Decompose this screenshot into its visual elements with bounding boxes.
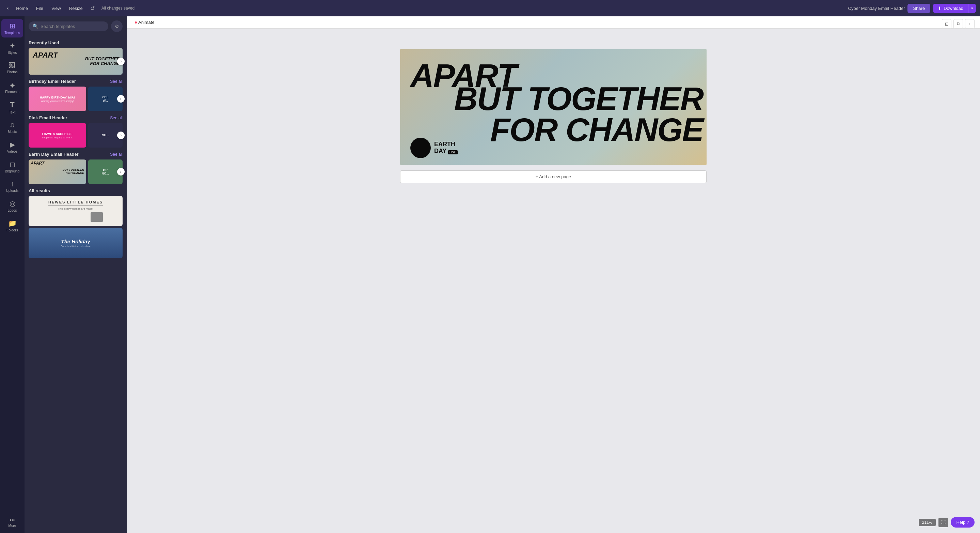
earth-live-badge: LIVE (448, 150, 458, 154)
sidebar-item-templates[interactable]: ⊞ Templates (2, 19, 23, 37)
templates-icon: ⊞ (10, 22, 15, 30)
bottom-bar: 211% ⛶ Help ? (919, 517, 975, 528)
pink-template-1[interactable]: I HAVE A SURPRISE! I hope you're going t… (29, 123, 86, 148)
recently-used-template[interactable]: APART BUT TOGETHERFOR CHANGE (29, 48, 123, 75)
resize-nav-button[interactable]: Resize (66, 5, 86, 12)
download-label: Download (943, 6, 963, 11)
canvas-toolbar: Animate (127, 16, 980, 29)
birthday-chevron[interactable]: › (117, 95, 125, 102)
filter-button[interactable]: ⚙ (111, 21, 123, 32)
birthday-title: Birthday Email Header (29, 79, 76, 84)
logos-label: Logos (8, 209, 17, 212)
sidebar-item-photos[interactable]: 🖼 Photos (2, 59, 23, 77)
earth-day-see-all[interactable]: See all (110, 152, 123, 157)
top-nav: ‹ Home File View Resize ↺ All changes sa… (0, 0, 980, 16)
sidebar-item-more[interactable]: ••• More (2, 515, 23, 530)
elements-icon: ◈ (10, 81, 15, 89)
photos-icon: 🖼 (9, 61, 16, 69)
search-icon: 🔍 (33, 24, 38, 29)
birthday-template-row: HAPPY BIRTHDAY, MIA! Wishing you more lo… (29, 86, 123, 111)
earth-day-template-row: APART BUT TOGETHERFOR CHANGE GRNO... (29, 160, 123, 184)
all-results-item-holiday[interactable]: The Holiday Once in a lifetime adventure (29, 228, 123, 258)
birthday-section: HAPPY BIRTHDAY, MIA! Wishing you more lo… (29, 86, 123, 111)
pink-header: Pink Email Header See all (29, 115, 123, 120)
download-icon: ⬇ (938, 6, 942, 11)
animate-label: Animate (138, 20, 154, 25)
music-label: Music (8, 130, 17, 134)
search-bar: 🔍 ⚙ (24, 16, 127, 36)
all-results-item-hewes[interactable]: HEWES LITTLE HOMES This is how homes are… (29, 196, 123, 226)
recently-used-section: APART BUT TOGETHERFOR CHANGE › (29, 48, 123, 75)
view-nav-button[interactable]: View (48, 5, 64, 12)
search-input-wrap[interactable]: 🔍 (29, 21, 108, 31)
sidebar-item-text[interactable]: T Text (2, 98, 23, 117)
search-input[interactable] (41, 24, 104, 29)
sidebar-item-styles[interactable]: ✦ Styles (2, 39, 23, 57)
animate-button[interactable]: Animate (132, 18, 158, 26)
earth-template-1[interactable]: APART BUT TOGETHERFOR CHANGE (29, 160, 86, 184)
all-results-header: All results (29, 188, 123, 193)
text-icon: T (10, 101, 14, 109)
recently-used-header: Recently Used (29, 40, 123, 45)
birthday-template-1[interactable]: HAPPY BIRTHDAY, MIA! Wishing you more lo… (29, 86, 86, 111)
back-button[interactable]: ‹ (4, 4, 11, 13)
nav-right: Cyber Monday Email Header Share ⬇ Downlo… (848, 4, 976, 13)
folders-icon: 📁 (8, 219, 17, 227)
sidebar-item-music[interactable]: ♫ Music (2, 118, 23, 136)
fullscreen-button[interactable]: ⛶ (939, 518, 948, 527)
sidebar-icons: ⊞ Templates ✦ Styles 🖼 Photos ◈ Elements… (0, 16, 24, 533)
canvas-content: APART BUT TOGETHER FOR CHANGE EARTHDAY L… (400, 49, 706, 165)
birthday-see-all[interactable]: See all (110, 79, 123, 84)
download-button-group: ⬇ Download ▾ (933, 4, 976, 13)
undo-button[interactable]: ↺ (88, 4, 97, 13)
sidebar-item-folders[interactable]: 📁 Folders (2, 216, 23, 235)
uploads-label: Uploads (6, 189, 19, 193)
background-label: Bkground (5, 169, 20, 173)
earth-day-header: Earth Day Email Header See all (29, 152, 123, 157)
document-title: Cyber Monday Email Header (848, 6, 905, 11)
all-results-title: All results (29, 188, 50, 193)
photos-label: Photos (7, 70, 18, 74)
recently-used-title: Recently Used (29, 40, 59, 45)
recently-used-chevron[interactable]: › (117, 57, 125, 65)
download-main-button[interactable]: ⬇ Download (933, 4, 968, 13)
styles-icon: ✦ (10, 41, 15, 50)
styles-label: Styles (8, 51, 17, 54)
file-nav-button[interactable]: File (33, 5, 47, 12)
pink-see-all[interactable]: See all (110, 115, 123, 120)
download-arrow-button[interactable]: ▾ (968, 4, 976, 13)
pink-template-row: I HAVE A SURPRISE! I hope you're going t… (29, 123, 123, 148)
videos-icon: ▶ (10, 140, 15, 148)
sidebar-item-uploads[interactable]: ↑ Uploads (2, 177, 23, 195)
sidebar-item-logos[interactable]: ◎ Logos (2, 196, 23, 215)
sidebar-item-videos[interactable]: ▶ Videos (2, 138, 23, 156)
elements-label: Elements (5, 90, 19, 94)
background-icon: ◻ (10, 160, 15, 168)
earth-day-title: Earth Day Email Header (29, 152, 79, 157)
uploads-icon: ↑ (11, 180, 14, 188)
music-icon: ♫ (10, 121, 15, 129)
home-nav-button[interactable]: Home (13, 5, 31, 12)
help-button[interactable]: Help ? (951, 517, 975, 528)
pink-section: I HAVE A SURPRISE! I hope you're going t… (29, 123, 123, 148)
earth-day-chevron[interactable]: › (117, 168, 125, 176)
folders-label: Folders (6, 228, 18, 232)
add-page-button[interactable]: + Add a new page (400, 171, 706, 183)
logos-icon: ◎ (10, 199, 15, 207)
pink-chevron[interactable]: › (117, 132, 125, 139)
templates-panel: 🔍 ⚙ Recently Used APART BUT TOGETHERFOR … (24, 16, 127, 533)
main-area: ⊞ Templates ✦ Styles 🖼 Photos ◈ Elements… (0, 16, 980, 533)
sidebar-item-elements[interactable]: ◈ Elements (2, 78, 23, 96)
more-label: More (8, 524, 16, 528)
canvas-frame[interactable]: APART BUT TOGETHER FOR CHANGE EARTHDAY L… (400, 49, 706, 165)
birthday-header: Birthday Email Header See all (29, 79, 123, 84)
canvas-wrapper: ⊡ ⧉ + APART BUT TOGETHER FOR CHANGE EART… (127, 29, 980, 533)
sidebar-item-background[interactable]: ◻ Bkground (2, 158, 23, 176)
videos-label: Videos (7, 150, 18, 153)
pink-title: Pink Email Header (29, 115, 67, 120)
canvas-text-but-together: BUT TOGETHER FOR CHANGE (454, 83, 706, 145)
share-button[interactable]: Share (907, 4, 930, 13)
canvas-earth-logo: EARTHDAY LIVE (410, 138, 458, 158)
save-status: All changes saved (102, 6, 135, 11)
more-icon: ••• (10, 517, 15, 523)
